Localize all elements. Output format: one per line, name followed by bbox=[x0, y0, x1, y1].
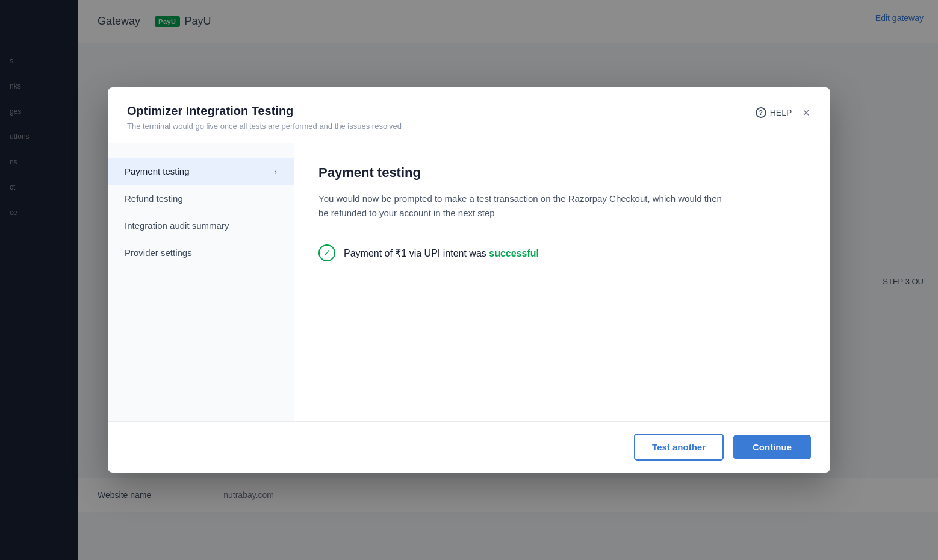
success-check-icon: ✓ bbox=[318, 244, 335, 261]
modal-header-actions: ? HELP × bbox=[756, 105, 811, 120]
modal-header: Optimizer Integration Testing The termin… bbox=[108, 87, 830, 143]
nav-item-payment-testing[interactable]: Payment testing › bbox=[108, 158, 294, 185]
modal-title-group: Optimizer Integration Testing The termin… bbox=[127, 104, 402, 131]
success-text: Payment of ₹1 via UPI intent was success… bbox=[344, 247, 539, 259]
success-highlight-word: successful bbox=[489, 248, 539, 258]
success-row: ✓ Payment of ₹1 via UPI intent was succe… bbox=[318, 244, 806, 261]
close-button[interactable]: × bbox=[801, 105, 811, 120]
nav-item-integration-audit-label: Integration audit summary bbox=[125, 220, 229, 231]
chevron-right-icon: › bbox=[274, 167, 277, 176]
continue-button[interactable]: Continue bbox=[733, 435, 811, 459]
modal-footer: Test another Continue bbox=[108, 421, 830, 473]
nav-item-refund-testing[interactable]: Refund testing bbox=[108, 185, 294, 212]
nav-item-provider-settings-label: Provider settings bbox=[125, 247, 192, 258]
nav-item-integration-audit[interactable]: Integration audit summary bbox=[108, 212, 294, 239]
help-label: HELP bbox=[770, 108, 792, 117]
nav-item-payment-testing-label: Payment testing bbox=[125, 166, 190, 176]
nav-item-provider-settings[interactable]: Provider settings bbox=[108, 239, 294, 266]
modal-overlay: Optimizer Integration Testing The termin… bbox=[0, 0, 938, 560]
modal-body: Payment testing › Refund testing Integra… bbox=[108, 143, 830, 421]
modal-main-content: Payment testing You would now be prompte… bbox=[294, 143, 830, 421]
test-another-button[interactable]: Test another bbox=[634, 434, 724, 461]
modal-title: Optimizer Integration Testing bbox=[127, 104, 402, 118]
success-message-prefix: Payment of ₹1 via UPI intent was bbox=[344, 248, 486, 258]
nav-item-refund-testing-label: Refund testing bbox=[125, 193, 183, 204]
content-description: You would now be prompted to make a test… bbox=[318, 191, 728, 220]
help-icon: ? bbox=[756, 107, 766, 118]
content-title: Payment testing bbox=[318, 165, 806, 181]
modal-sidebar: Payment testing › Refund testing Integra… bbox=[108, 143, 294, 421]
help-button[interactable]: ? HELP bbox=[756, 107, 792, 118]
modal: Optimizer Integration Testing The termin… bbox=[108, 87, 830, 473]
modal-subtitle: The terminal would go live once all test… bbox=[127, 122, 402, 131]
